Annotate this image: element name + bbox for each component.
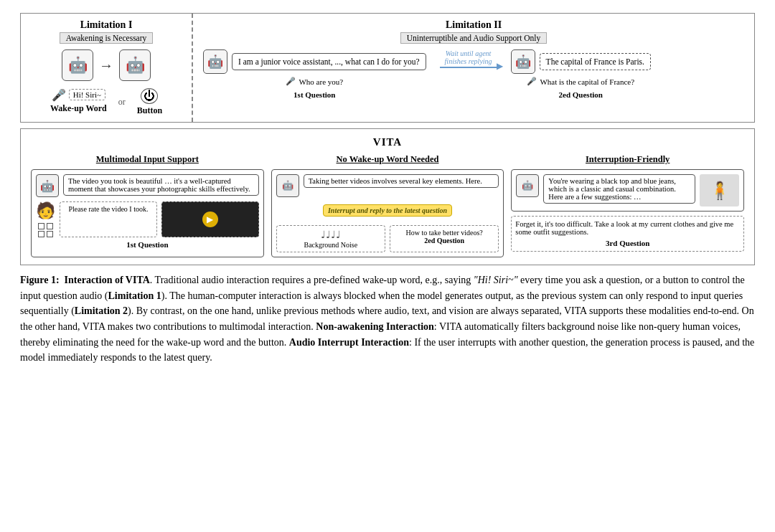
vita-col2-q2-label: 2ed Question: [393, 237, 495, 244]
robot2: 🤖: [119, 49, 151, 81]
vita-col2-content: 🤖 Taking better videos involves several …: [271, 169, 504, 257]
vita-col2-q2-text: How to take better videos?: [393, 229, 495, 237]
wait-label: Wait until agent finishes replying: [436, 49, 501, 65]
limitation1-robots: 🤖 → 🤖: [62, 49, 151, 81]
fig-app-name: Interaction of VITA: [65, 275, 150, 285]
checkbox3: [38, 231, 44, 237]
wake-word-label: Wake-up Word: [50, 103, 107, 114]
vita-col1: Multimodal Input Support 🤖 The video you…: [31, 154, 264, 257]
q2-robot-row: 🤖 The capital of France is Paris.: [511, 49, 651, 74]
arrow-line: [440, 67, 497, 68]
music-notes-icon: ♩♩♩♩: [280, 229, 382, 241]
limitation1-options: 🎤 Hi! Siri~ Wake-up Word or ⏻ Button: [50, 88, 162, 116]
vita-col3-speech: You're wearing a black top and blue jean…: [543, 174, 695, 204]
vita-col3-robot-row: 🤖 You're wearing a black top and blue je…: [516, 174, 695, 204]
vita-col1-question-box: Please rate the video I took.: [60, 201, 157, 237]
vita-col1-speech: The video you took is beautiful … it's a…: [63, 174, 259, 196]
vita-col1-person-area: 🧑: [36, 201, 55, 237]
q1-robot: 🤖: [203, 49, 227, 74]
vita-col3-text-area: 🤖 You're wearing a black top and blue je…: [516, 174, 695, 206]
q1-text: Who are you?: [299, 77, 343, 86]
vita-col2: No Wake-up Word Needed 🤖 Taking better v…: [271, 154, 504, 257]
vita-col2-title: No Wake-up Word Needed: [271, 154, 504, 165]
checkbox1: [38, 223, 44, 229]
vita-col2-speech: Taking better videos involves several ke…: [304, 174, 499, 188]
vita-col1-video: ▶: [161, 201, 259, 237]
checkboxes: [38, 223, 53, 237]
play-button-icon: ▶: [202, 212, 218, 227]
vita-col1-robot-row: 🤖 The video you took is beautiful … it's…: [36, 174, 259, 197]
checkbox2: [47, 223, 53, 229]
vita-col1-bottom: 🧑 Please ra: [36, 201, 259, 237]
figure-caption: Figure 1: Interaction of VITA. Tradition…: [20, 272, 755, 366]
caption-text: . Traditional audio interaction requires…: [20, 275, 754, 363]
vita-col2-robot: 🤖: [276, 174, 299, 197]
vita-col3-user-question: Forget it, it's too difficult. Take a lo…: [515, 220, 740, 236]
q1-label: 1st Question: [293, 90, 335, 99]
q2-mic-row: 🎤 What is the capital of France?: [527, 77, 634, 86]
vita-col3-q-label: 3rd Question: [515, 239, 740, 247]
vita-col3-content: 🤖 You're wearing a black top and blue je…: [511, 169, 744, 212]
vita-col3-robot: 🤖: [516, 174, 539, 197]
power-row: ⏻: [141, 88, 158, 104]
limitation-2-panel: Limitation II Uninterruptible and Audio …: [193, 14, 754, 122]
vita-col2-bottom: ♩♩♩♩ Background Noise How to take better…: [276, 225, 499, 252]
vita-col2-q2: How to take better videos? 2ed Question: [390, 225, 499, 252]
vita-col2-robot-row: 🤖 Taking better videos involves several …: [276, 174, 499, 197]
wake-word-text: Hi! Siri~: [69, 89, 105, 100]
limitation-1-panel: Limitation I Awakening is Necessary 🤖 → …: [21, 14, 193, 122]
vita-col1-content: 🤖 The video you took is beautiful … it's…: [31, 169, 264, 257]
button-label: Button: [137, 105, 162, 116]
cb-row2: [38, 231, 53, 237]
limitation2-title: Limitation II: [203, 19, 744, 31]
vita-col3: Interruption-Friendly 🤖 You're wearing a…: [511, 154, 744, 257]
q1-mic-row: 🎤 Who are you?: [286, 77, 343, 86]
wait-arrow: Wait until agent finishes replying: [432, 49, 505, 68]
vita-col1-q-label: 1st Question: [36, 240, 259, 249]
wake-word-option: 🎤 Hi! Siri~ Wake-up Word: [50, 88, 107, 114]
robot1: 🤖: [62, 49, 93, 81]
vita-col1-title: Multimodal Input Support: [31, 154, 264, 165]
mic-row: 🎤 Hi! Siri~: [52, 88, 105, 102]
limitation1-title: Limitation I: [80, 19, 133, 31]
q1-block: 🤖 I am a junior voice assistant, ..., wh…: [203, 49, 426, 99]
q1-agent-response: I am a junior voice assistant, ..., what…: [232, 53, 426, 70]
vita-col1-question-text: Please rate the video I took.: [63, 205, 154, 213]
q2-label: 2ed Question: [559, 90, 603, 99]
diagram-section: Limitation I Awakening is Necessary 🤖 → …: [20, 13, 755, 123]
mic-icon: 🎤: [52, 88, 66, 102]
q2-mic-icon: 🎤: [527, 77, 537, 86]
q2-robot: 🤖: [511, 49, 535, 74]
or-text: or: [118, 97, 126, 108]
limitation2-subtitle: Uninterruptible and Audio Support Only: [400, 32, 548, 44]
vita-columns: Multimodal Input Support 🤖 The video you…: [31, 154, 744, 257]
checkbox4: [47, 231, 53, 237]
q2-block: 🤖 The capital of France is Paris. 🎤 What…: [511, 49, 651, 99]
vita-col3-person-image: 🧍: [700, 174, 739, 206]
interrupt-label: Interrupt and reply to the latest questi…: [323, 204, 452, 217]
vita-col2-noise: ♩♩♩♩ Background Noise: [276, 225, 385, 252]
button-option: ⏻ Button: [137, 88, 162, 116]
noise-label: Background Noise: [280, 241, 382, 249]
vita-section: VITA Multimodal Input Support 🤖 The vide…: [20, 128, 755, 265]
person-icon: 🧑: [36, 201, 55, 220]
limitation1-subtitle: Awakening is Necessary: [60, 32, 154, 44]
vita-title: VITA: [31, 136, 744, 148]
q2-agent-response: The capital of France is Paris.: [540, 53, 651, 70]
q2-text: What is the capital of France?: [540, 77, 634, 86]
fig-number: Figure 1:: [20, 275, 60, 285]
q1-robot-row: 🤖 I am a junior voice assistant, ..., wh…: [203, 49, 426, 74]
arrow-right-icon: →: [99, 57, 113, 74]
vita-col3-title: Interruption-Friendly: [511, 154, 744, 165]
power-icon: ⏻: [141, 88, 158, 104]
q1-mic-icon: 🎤: [286, 77, 296, 86]
limitation2-flow: 🤖 I am a junior voice assistant, ..., wh…: [203, 49, 744, 99]
vita-col1-robot: 🤖: [36, 174, 59, 197]
vita-col3-bottom-box: Forget it, it's too difficult. Take a lo…: [511, 216, 744, 252]
cb-row1: [38, 223, 53, 229]
